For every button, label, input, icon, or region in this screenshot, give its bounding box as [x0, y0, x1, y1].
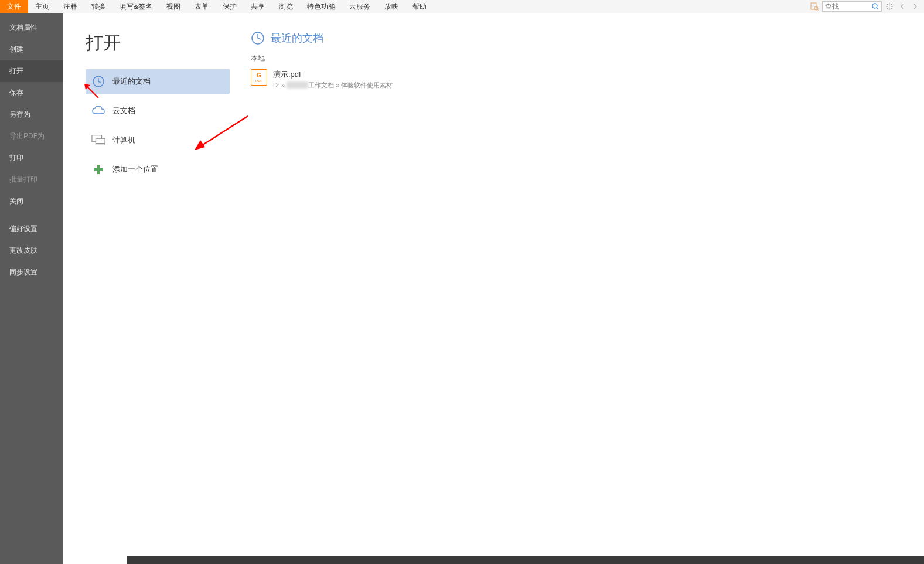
recent-file-item[interactable]: GPDF 演示.pdf D: » 工作文档 » 体验软件使用素材: [251, 67, 924, 92]
sidebar-item-open[interactable]: 打开: [0, 60, 63, 82]
svg-line-4: [877, 8, 878, 9]
menu-tab-form[interactable]: 表单: [187, 0, 216, 13]
menu-tab-slideshow[interactable]: 放映: [377, 0, 405, 13]
sidebar-item-close[interactable]: 关闭: [0, 191, 63, 212]
sidebar-item-exportpdf: 导出PDF为: [0, 125, 63, 147]
svg-line-11: [891, 8, 892, 9]
cloud-icon: [91, 104, 105, 118]
gear-icon[interactable]: [884, 1, 895, 12]
nav-forward-icon[interactable]: [910, 1, 920, 12]
sidebar-item-skin[interactable]: 更改皮肤: [0, 240, 63, 261]
source-label: 云文档: [112, 106, 135, 116]
file-name: 演示.pdf: [273, 69, 393, 80]
search-input[interactable]: [823, 2, 870, 11]
source-add-location[interactable]: 添加一个位置: [86, 157, 230, 182]
source-label: 计算机: [112, 135, 135, 145]
menu-tab-view[interactable]: 视图: [159, 0, 187, 13]
computer-icon: [91, 133, 105, 147]
page-title: 打开: [86, 31, 233, 55]
svg-point-5: [888, 5, 891, 8]
menu-tab-feature[interactable]: 特色功能: [300, 0, 342, 13]
source-recent[interactable]: 最近的文档: [86, 69, 230, 94]
menu-tab-browse[interactable]: 浏览: [272, 0, 300, 13]
file-meta: 演示.pdf D: » 工作文档 » 体验软件使用素材: [273, 69, 393, 90]
find-doc-icon[interactable]: [809, 1, 820, 12]
source-label: 最近的文档: [112, 76, 151, 87]
sidebar-item-batchprint: 批量打印: [0, 169, 63, 191]
menu-tab-help[interactable]: 帮助: [405, 0, 434, 13]
plus-icon: [91, 162, 105, 176]
content-area: 打开 最近的文档 云文档 计算机: [63, 13, 924, 564]
svg-rect-16: [96, 138, 105, 145]
recent-docs-pane: 最近的文档 本地 GPDF 演示.pdf D: » 工作文档 » 体验软件使用素…: [233, 13, 924, 564]
svg-line-2: [817, 9, 819, 11]
svg-line-13: [891, 4, 892, 5]
svg-point-3: [872, 4, 877, 8]
sidebar-item-sync[interactable]: 同步设置: [0, 261, 63, 283]
svg-line-12: [887, 8, 888, 9]
menu-tab-protect[interactable]: 保护: [216, 0, 244, 13]
search-box[interactable]: [822, 1, 882, 12]
sidebar-item-properties[interactable]: 文档属性: [0, 17, 63, 39]
pdf-file-icon: GPDF: [251, 69, 267, 86]
section-header: 最近的文档: [251, 31, 924, 45]
clock-icon: [91, 74, 105, 89]
clock-icon: [251, 31, 265, 45]
file-path: D: » 工作文档 » 体验软件使用素材: [273, 81, 393, 90]
section-title: 最近的文档: [271, 31, 323, 45]
sidebar-item-create[interactable]: 创建: [0, 39, 63, 60]
menu-tab-fillsign[interactable]: 填写&签名: [112, 0, 159, 13]
svg-line-10: [887, 4, 888, 5]
sidebar-item-preferences[interactable]: 偏好设置: [0, 218, 63, 240]
source-computer[interactable]: 计算机: [86, 128, 230, 152]
search-icon[interactable]: [870, 1, 881, 12]
sidebar-item-print[interactable]: 打印: [0, 147, 63, 169]
local-label: 本地: [251, 53, 924, 63]
menu-tab-annotate[interactable]: 注释: [56, 0, 84, 13]
main-area: 文档属性 创建 打开 保存 另存为 导出PDF为 打印 批量打印 关闭 偏好设置…: [0, 13, 924, 564]
menu-tab-home[interactable]: 主页: [28, 0, 56, 13]
menu-tab-file[interactable]: 文件: [0, 0, 28, 13]
open-sources: 打开 最近的文档 云文档 计算机: [63, 13, 233, 564]
source-cloud[interactable]: 云文档: [86, 98, 230, 123]
sidebar-item-save[interactable]: 保存: [0, 82, 63, 104]
sidebar-item-saveas[interactable]: 另存为: [0, 104, 63, 125]
svg-rect-0: [811, 3, 816, 9]
file-sidebar: 文档属性 创建 打开 保存 另存为 导出PDF为 打印 批量打印 关闭 偏好设置…: [0, 13, 63, 564]
menu-tab-convert[interactable]: 转换: [84, 0, 112, 13]
nav-back-icon[interactable]: [897, 1, 908, 12]
status-bar: [127, 556, 924, 564]
menu-tab-share[interactable]: 共享: [244, 0, 272, 13]
menubar: 文件 主页 注释 转换 填写&签名 视图 表单 保护 共享 浏览 特色功能 云服…: [0, 0, 924, 13]
source-label: 添加一个位置: [112, 164, 158, 175]
menu-tab-cloud[interactable]: 云服务: [342, 0, 377, 13]
